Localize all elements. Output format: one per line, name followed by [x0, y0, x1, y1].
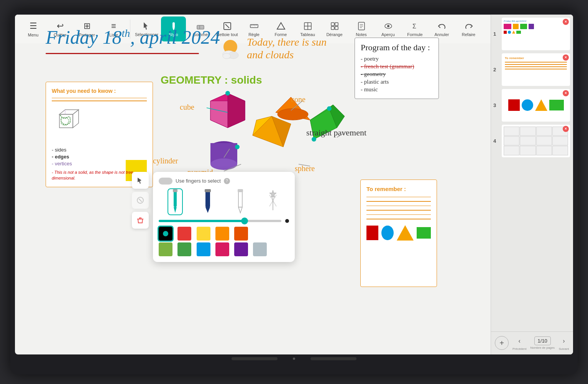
page-3-close[interactable]: ×	[563, 90, 569, 96]
page-thumb-1[interactable]: 1 Friday 8th april2024	[502, 18, 570, 50]
clear-icon	[223, 21, 232, 31]
page-thumb-3[interactable]: 3 ×	[502, 89, 570, 122]
color-black[interactable]	[159, 227, 172, 241]
preview-label: Aperçu	[381, 32, 395, 37]
pen-type-4[interactable]	[265, 188, 281, 215]
program-box: Program of the day : - poetry - french t…	[355, 38, 439, 99]
pen-type-1[interactable]	[168, 188, 183, 215]
page-counter: 1/10	[534, 336, 551, 345]
color-gray[interactable]	[253, 242, 267, 256]
program-item-geometry: - geometry	[361, 71, 433, 77]
weather-icon	[218, 36, 243, 61]
toolbar-menu[interactable]: ☰ Menu	[21, 16, 46, 41]
finger-toggle: Use fingers to select ?	[159, 178, 289, 185]
need-item-edges: - edges	[52, 154, 147, 160]
center-logo	[293, 358, 295, 360]
color-yellow[interactable]	[197, 227, 210, 241]
page-4-close[interactable]: ×	[563, 126, 569, 132]
monitor-bottom	[15, 354, 573, 363]
svg-point-18	[235, 145, 240, 149]
svg-marker-41	[205, 207, 210, 213]
remember-line-4	[366, 210, 431, 211]
svg-marker-61	[277, 23, 285, 29]
menu-icon: ☰	[30, 21, 37, 31]
svg-marker-5	[73, 110, 79, 128]
pen-select-btn[interactable]	[132, 172, 149, 189]
page-1-close[interactable]: ×	[563, 19, 569, 25]
remember-shapes-row	[366, 225, 431, 241]
redo-icon	[464, 21, 473, 31]
pen-icons-row	[159, 188, 289, 215]
program-item-poetry: - poetry	[361, 56, 433, 62]
pen-eraser-btn[interactable]	[132, 192, 149, 209]
svg-point-74	[387, 25, 389, 27]
color-light-green[interactable]	[159, 242, 172, 256]
pen-delete-btn[interactable]	[132, 212, 149, 229]
svg-line-55	[225, 24, 229, 28]
svg-marker-10	[210, 101, 228, 128]
need-item-sides: - sides	[52, 147, 147, 153]
svg-rect-39	[173, 189, 177, 192]
svg-rect-56	[250, 25, 258, 28]
table-icon	[303, 21, 312, 31]
remember-title: To remember :	[366, 186, 431, 192]
pen-size-slider[interactable]	[159, 220, 281, 222]
sphere-label: sphere	[295, 164, 315, 173]
page-thumb-4[interactable]: 4	[502, 125, 570, 157]
svg-point-3	[223, 53, 230, 59]
redo-label: Refaire	[462, 32, 475, 37]
page-num-2: 2	[493, 67, 496, 73]
next-page-btn[interactable]: ›	[558, 336, 569, 346]
cone-label: cone	[291, 95, 305, 104]
geometry-title: GEOMETRY : solids	[161, 74, 262, 86]
left-speaker	[232, 357, 278, 360]
color-orange-dark[interactable]	[234, 227, 248, 241]
cylinder-label: cylinder	[153, 157, 178, 165]
svg-point-11	[225, 91, 230, 96]
shape-icon	[276, 21, 286, 31]
next-label: Suivant	[559, 347, 569, 351]
color-pink[interactable]	[215, 242, 229, 256]
toolbar-redo[interactable]: Refaire	[456, 16, 481, 41]
color-blue[interactable]	[197, 242, 210, 256]
color-orange-light[interactable]	[215, 227, 229, 241]
prev-page-btn[interactable]: ‹	[514, 336, 525, 346]
cube-label: cube	[180, 103, 194, 112]
monitor: Friday 18th, april 2024 Today, there is …	[10, 10, 578, 374]
cube-sketch-svg	[52, 107, 84, 139]
pen-type-3[interactable]	[233, 188, 248, 215]
svg-text:Σ: Σ	[412, 23, 416, 30]
svg-marker-9	[228, 93, 245, 128]
svg-rect-37	[174, 190, 177, 207]
screen: Friday 18th, april 2024 Today, there is …	[15, 15, 573, 354]
pen-type-2[interactable]	[200, 188, 215, 215]
formula-icon: Σ	[411, 21, 420, 31]
page-thumb-2[interactable]: 2 To remember ×	[502, 53, 570, 86]
derange-label: Dérange	[326, 32, 342, 37]
svg-rect-67	[331, 26, 334, 30]
page-2-close[interactable]: ×	[563, 54, 569, 61]
remember-orange-triangle	[397, 225, 414, 241]
remember-line-5	[366, 214, 431, 215]
menu-label: Menu	[28, 33, 39, 37]
help-btn[interactable]: ?	[224, 178, 230, 184]
main-canvas: Friday 18th, april 2024 Today, there is …	[15, 15, 573, 354]
page-num-1: 1	[493, 31, 496, 37]
svg-rect-40	[205, 190, 210, 207]
pen-popup-left-icons	[132, 172, 149, 229]
page-num-4: 4	[493, 138, 496, 144]
undo-label: Annuler	[435, 32, 449, 37]
need-line-2	[52, 101, 147, 101]
svg-rect-66	[335, 23, 338, 26]
program-item-arts: - plastic arts	[361, 79, 433, 85]
color-green[interactable]	[177, 242, 191, 256]
toggle-switch[interactable]	[159, 178, 172, 185]
notes-icon	[357, 21, 366, 31]
notes-label: Notes	[356, 32, 367, 37]
pen-size-slider-row	[159, 219, 289, 223]
color-red[interactable]	[177, 227, 191, 241]
color-empty-3	[272, 242, 286, 256]
page-num-3: 3	[493, 102, 496, 108]
add-page-btn[interactable]: +	[495, 336, 509, 350]
color-purple[interactable]	[234, 242, 248, 256]
